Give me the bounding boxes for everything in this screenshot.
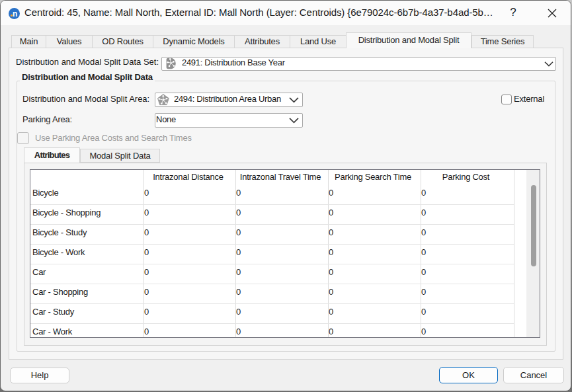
svg-text:n: n	[13, 9, 17, 19]
